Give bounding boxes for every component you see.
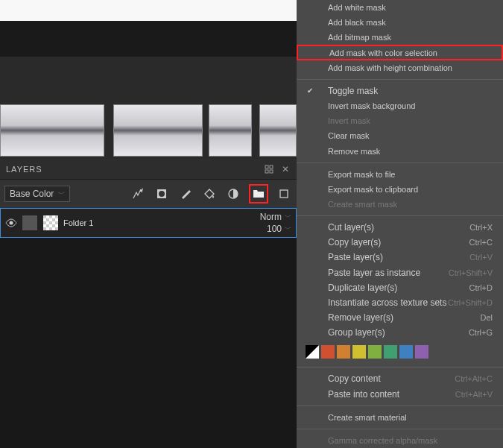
shortcut: Ctrl+Shift+D: [448, 298, 493, 307]
mask-thumbnail: [42, 215, 59, 231]
menu-paste-layers: Paste layer(s)Ctrl+V: [297, 250, 503, 265]
swatch-color[interactable]: [321, 345, 335, 359]
menu-add-black-mask[interactable]: Add black mask: [297, 15, 503, 30]
add-folder-button[interactable]: [249, 184, 268, 204]
menu-separator: [297, 163, 503, 163]
texture-thumb[interactable]: [113, 104, 203, 157]
svg-point-8: [10, 221, 13, 225]
menu-invert-mask-bg[interactable]: Invert mask background: [297, 98, 503, 113]
layer-thumbnail: [22, 215, 38, 231]
swatch-color[interactable]: [352, 345, 366, 359]
add-layer-icon[interactable]: [276, 186, 292, 202]
menu-paste-content: Paste into contentCtrl+Alt+V: [297, 386, 503, 401]
svg-rect-7: [280, 190, 288, 198]
menu-invert-mask: Invert mask: [297, 113, 503, 128]
canvas-white-strip: [0, 0, 297, 21]
menu-group-layers[interactable]: Group layer(s)Ctrl+G: [297, 325, 503, 340]
shortcut: Ctrl+C: [469, 238, 493, 247]
menu-separator: [297, 406, 503, 406]
menu-instantiate-across: Instantiate across texture setsCtrl+Shif…: [297, 295, 503, 310]
texture-thumb[interactable]: [0, 104, 104, 157]
menu-separator: [297, 79, 503, 80]
fill-icon[interactable]: [201, 186, 218, 202]
chevron-down-icon: ﹀: [285, 212, 291, 222]
layer-name[interactable]: Folder 1: [63, 218, 93, 227]
channel-dropdown[interactable]: Base Color ﹀: [4, 186, 70, 202]
menu-gamma-corrected: Gamma corrected alpha/mask: [297, 433, 503, 448]
check-icon: ✔: [307, 86, 313, 95]
canvas-area: [0, 0, 297, 159]
menu-add-bitmap-mask[interactable]: Add bitmap mask: [297, 30, 503, 45]
menu-cut-layers[interactable]: Cut layer(s)Ctrl+X: [297, 220, 503, 235]
svg-rect-1: [270, 165, 273, 168]
menu-separator: [297, 367, 503, 367]
panel-title: LAYERS: [6, 165, 42, 174]
shortcut: Ctrl+D: [469, 283, 493, 292]
svg-point-5: [159, 191, 165, 197]
chevron-down-icon: ﹀: [58, 189, 65, 199]
chevron-down-icon: ﹀: [285, 224, 291, 234]
shortcut: Ctrl+X: [469, 223, 493, 232]
menu-add-mask-color-selection[interactable]: Add mask with color selection: [297, 45, 503, 60]
swatch-color[interactable]: [399, 345, 413, 359]
smart-material-icon[interactable]: [225, 186, 241, 202]
opacity-value[interactable]: 100: [267, 224, 282, 234]
swatch-none[interactable]: [306, 345, 319, 359]
menu-export-mask-file[interactable]: Export mask to file: [297, 167, 503, 182]
menu-export-mask-clipboard[interactable]: Export mask to clipboard: [297, 182, 503, 197]
blend-mode[interactable]: Norm: [260, 212, 282, 222]
menu-add-white-mask[interactable]: Add white mask: [297, 0, 503, 15]
menu-remove-layers[interactable]: Remove layer(s)Del: [297, 310, 503, 325]
menu-copy-content: Copy contentCtrl+Alt+C: [297, 371, 503, 386]
swatch-color[interactable]: [415, 345, 428, 359]
grid-icon[interactable]: [264, 164, 274, 174]
svg-rect-0: [265, 165, 268, 168]
texture-thumb[interactable]: [259, 104, 297, 157]
menu-separator: [297, 215, 503, 216]
menu-copy-layers[interactable]: Copy layer(s)Ctrl+C: [297, 235, 503, 250]
menu-duplicate-layers[interactable]: Duplicate layer(s)Ctrl+D: [297, 280, 503, 295]
layer-row[interactable]: Folder 1 Norm﹀ 100﹀: [0, 208, 297, 238]
layers-toolbar: Base Color ﹀: [0, 180, 297, 208]
svg-rect-3: [270, 170, 273, 173]
menu-create-smart-mask: Create smart mask: [297, 197, 503, 212]
shortcut: Ctrl+Shift+V: [449, 268, 493, 277]
menu-add-mask-height[interactable]: Add mask with height combination: [297, 60, 503, 75]
layers-panel: LAYERS ✕ Base Color ﹀ Folder 1 Norm﹀: [0, 159, 297, 238]
mask-icon[interactable]: [154, 186, 170, 202]
color-swatch-row: [297, 343, 503, 360]
brush-icon[interactable]: [177, 186, 194, 202]
shortcut: Ctrl+Alt+V: [455, 390, 493, 399]
shortcut: Ctrl+V: [469, 253, 493, 262]
menu-separator: [297, 429, 503, 429]
close-icon[interactable]: ✕: [280, 164, 291, 174]
swatch-color[interactable]: [337, 345, 350, 359]
texture-thumb[interactable]: [209, 104, 252, 157]
shortcut: Ctrl+Alt+C: [455, 374, 493, 383]
swatch-color[interactable]: [368, 345, 382, 359]
visibility-icon[interactable]: [5, 217, 17, 229]
context-menu: Add white mask Add black mask Add bitmap…: [297, 0, 503, 448]
menu-toggle-mask[interactable]: ✔Toggle mask: [297, 83, 503, 98]
menu-paste-instance: Paste layer as instanceCtrl+Shift+V: [297, 265, 503, 280]
shortcut: Ctrl+G: [469, 328, 493, 337]
layers-header: LAYERS ✕: [0, 159, 297, 180]
effects-icon[interactable]: [130, 186, 146, 202]
dropdown-label: Base Color: [10, 189, 54, 199]
menu-clear-mask[interactable]: Clear mask: [297, 128, 503, 143]
shortcut: Del: [480, 313, 493, 322]
svg-rect-2: [265, 170, 268, 173]
menu-create-smart-material[interactable]: Create smart material: [297, 410, 503, 425]
swatch-color[interactable]: [384, 345, 397, 359]
menu-remove-mask[interactable]: Remove mask: [297, 144, 503, 159]
